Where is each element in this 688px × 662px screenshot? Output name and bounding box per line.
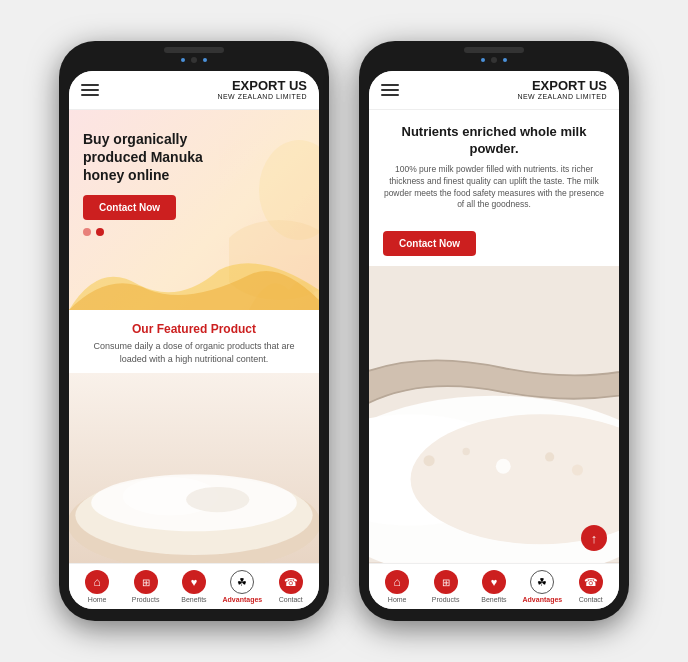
hero-dots-1 (83, 228, 305, 236)
phone-screen-2: EXPORT US NEW ZEALAND LIMITED Nutrients … (369, 71, 619, 609)
contact-button-2[interactable]: Contact Now (383, 231, 476, 256)
nav-benefits-1[interactable]: ♥ Benefits (174, 570, 214, 603)
svg-point-12 (424, 455, 435, 466)
svg-point-14 (496, 459, 511, 474)
phone-1: EXPORT US NEW ZEALAND LIMITED Buy organi… (59, 41, 329, 621)
contact-button-1[interactable]: Contact Now (83, 195, 176, 220)
dot-1-active (96, 228, 104, 236)
phone-top-bar-2 (369, 53, 619, 67)
nav-contact-2[interactable]: ☎ Contact (571, 570, 611, 603)
phone-2: EXPORT US NEW ZEALAND LIMITED Nutrients … (359, 41, 629, 621)
featured-title: Our Featured Product (83, 322, 305, 336)
arrow-up-icon: ↑ (591, 531, 598, 546)
nav-home-label-1: Home (88, 596, 107, 603)
camera-led-2 (203, 58, 207, 62)
contact-icon-1: ☎ (279, 570, 303, 594)
nav-advantages-label-2: Advantages (523, 596, 563, 603)
app-header-2: EXPORT US NEW ZEALAND LIMITED (369, 71, 619, 110)
nav-benefits-label-2: Benefits (481, 596, 506, 603)
nav-products-label-2: Products (432, 596, 460, 603)
dot-1-inactive (83, 228, 91, 236)
product-visual-1 (69, 373, 319, 563)
camera-led-4 (503, 58, 507, 62)
home-icon-2: ⌂ (385, 570, 409, 594)
svg-point-6 (186, 487, 249, 512)
app-header-1: EXPORT US NEW ZEALAND LIMITED (69, 71, 319, 110)
hamburger-button-1[interactable] (81, 84, 99, 96)
logo-1: EXPORT US NEW ZEALAND LIMITED (217, 79, 307, 101)
products-icon-1: ⊞ (134, 570, 158, 594)
featured-desc: Consume daily a dose of organic products… (83, 340, 305, 365)
nav-advantages-2[interactable]: ☘ Advantages (522, 570, 562, 603)
nav-benefits-label-1: Benefits (181, 596, 206, 603)
nav-home-1[interactable]: ⌂ Home (77, 570, 117, 603)
nav-contact-1[interactable]: ☎ Contact (271, 570, 311, 603)
nav-products-2[interactable]: ⊞ Products (426, 570, 466, 603)
camera-led-1 (181, 58, 185, 62)
logo-2: EXPORT US NEW ZEALAND LIMITED (517, 79, 607, 101)
product-image-area (69, 373, 319, 563)
benefits-icon-2: ♥ (482, 570, 506, 594)
camera-dot-1 (191, 57, 197, 63)
bottom-nav-1: ⌂ Home ⊞ Products ♥ Benefits ☘ Advantage… (69, 563, 319, 609)
nav-home-label-2: Home (388, 596, 407, 603)
milk-image-section: ↑ (369, 266, 619, 563)
milk-hero-section: Nutrients enriched whole milk powder. 10… (369, 110, 619, 266)
featured-section: Our Featured Product Consume daily a dos… (69, 310, 319, 373)
nav-contact-label-1: Contact (279, 596, 303, 603)
phone-top-bar-1 (69, 53, 319, 67)
svg-point-13 (462, 448, 469, 455)
hero-title-1: Buy organically produced Manuka honey on… (83, 130, 233, 185)
advantages-icon-1: ☘ (230, 570, 254, 594)
nav-contact-label-2: Contact (579, 596, 603, 603)
products-icon-2: ⊞ (434, 570, 458, 594)
nav-home-2[interactable]: ⌂ Home (377, 570, 417, 603)
nav-products-1[interactable]: ⊞ Products (126, 570, 166, 603)
camera-led-3 (481, 58, 485, 62)
hills-decoration-1 (69, 250, 319, 310)
bottom-nav-2: ⌂ Home ⊞ Products ♥ Benefits ☘ Advantage… (369, 563, 619, 609)
svg-point-15 (545, 453, 554, 462)
home-icon-1: ⌂ (85, 570, 109, 594)
benefits-icon-1: ♥ (182, 570, 206, 594)
milk-visual (369, 266, 619, 563)
nav-benefits-2[interactable]: ♥ Benefits (474, 570, 514, 603)
nav-advantages-1[interactable]: ☘ Advantages (222, 570, 262, 603)
milk-desc: 100% pure milk powder filled with nutrie… (383, 164, 605, 212)
scroll-up-button[interactable]: ↑ (581, 525, 607, 551)
milk-title: Nutrients enriched whole milk powder. (383, 124, 605, 158)
svg-point-16 (572, 465, 583, 476)
phone-screen-1: EXPORT US NEW ZEALAND LIMITED Buy organi… (69, 71, 319, 609)
hamburger-button-2[interactable] (381, 84, 399, 96)
nav-advantages-label-1: Advantages (223, 596, 263, 603)
nav-products-label-1: Products (132, 596, 160, 603)
advantages-icon-2: ☘ (530, 570, 554, 594)
hero-section-1: Buy organically produced Manuka honey on… (69, 110, 319, 310)
camera-dot-2 (491, 57, 497, 63)
contact-icon-2: ☎ (579, 570, 603, 594)
